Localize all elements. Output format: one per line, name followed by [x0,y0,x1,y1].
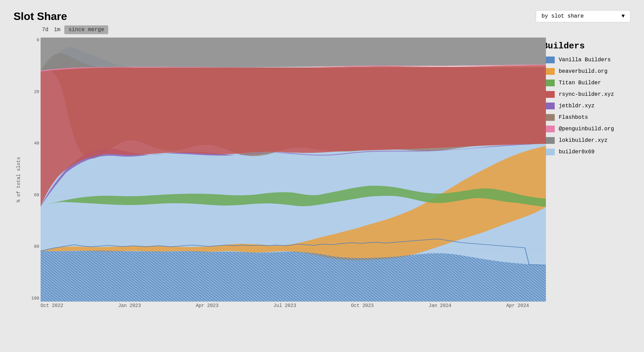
legend-item-loki: lokibuilder.xyz [543,137,630,144]
legend-item-jet: jetbldr.xyz [543,103,630,109]
legend-item-builder0x69: builder0x69 [543,149,630,155]
legend-item-beaver: beaverbuild.org [543,68,630,75]
dropdown-arrow: ▼ [621,13,625,19]
chart-container: 100 80 60 40 20 0 [24,38,529,322]
legend-label-titan: Titan Builder [559,80,601,86]
y-axis-label: % of total slots [14,38,24,322]
x-axis-labels: Oct 2022 Jan 2023 Apr 2023 Jul 2023 Oct … [41,303,529,308]
legend-item-flashbots: Flashbots [543,114,630,121]
x-label-jan2023: Jan 2023 [118,303,141,308]
time-1m[interactable]: 1m [52,26,62,34]
chart-area: % of total slots 100 80 60 40 20 0 [14,38,529,322]
stacked-area-chart [41,38,546,302]
x-label-apr2023: Apr 2023 [196,303,218,308]
legend-title: Builders [543,41,630,51]
legend-label-jet: jetbldr.xyz [559,103,595,109]
legend-label-loki: lokibuilder.xyz [559,137,607,144]
time-7d[interactable]: 7d [41,26,50,34]
time-since-merge[interactable]: since merge [64,25,108,34]
y-tick-60: 60 [24,193,41,198]
legend-label-vanilla: Vanilla Builders [559,57,611,63]
dropdown-label: by slot share [542,13,584,19]
legend-label-beaver: beaverbuild.org [559,68,607,74]
legend-label-builder0x69: builder0x69 [559,149,595,155]
legend-label-rsync: rsync-builder.xyz [559,91,614,97]
top-right-controls: by slot share ▼ [536,10,630,22]
sort-dropdown[interactable]: by slot share ▼ [536,10,630,22]
legend-item-titan: Titan Builder [543,80,630,86]
x-label-apr2024: Apr 2024 [506,303,529,308]
legend-item-vanilla: Vanilla Builders [543,57,630,63]
y-tick-20: 20 [24,89,41,94]
y-tick-labels: 100 80 60 40 20 0 [24,38,41,302]
legend-label-flashbots: Flashbots [559,114,588,120]
time-controls: 7d 1m since merge [41,25,630,34]
legend-item-rsync: rsync-builder.xyz [543,91,630,98]
y-tick-40: 40 [24,141,41,146]
x-label-jul2023: Jul 2023 [273,303,296,308]
y-tick-0: 0 [24,38,41,43]
x-label-oct2023: Oct 2023 [351,303,374,308]
x-label-jan2024: Jan 2024 [429,303,451,308]
x-label-oct2022: Oct 2022 [41,303,63,308]
y-tick-80: 80 [24,244,41,249]
y-tick-100: 100 [24,296,41,301]
legend-item-penguin: @penguinbuild.org [543,126,630,132]
legend-label-penguin: @penguinbuild.org [559,126,614,132]
legend: Builders Vanilla Builders beaverbuild.or… [536,38,630,322]
main-content: % of total slots 100 80 60 40 20 0 [14,38,630,322]
